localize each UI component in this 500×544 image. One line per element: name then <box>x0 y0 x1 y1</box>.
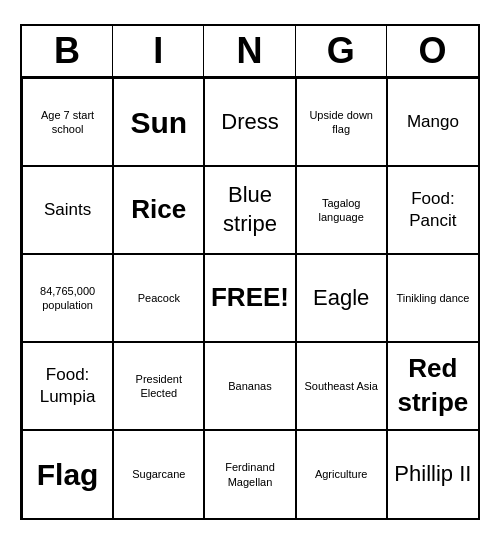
bingo-cell: FREE! <box>204 254 295 342</box>
cell-text: Mango <box>407 111 459 133</box>
bingo-cell: Tagalog language <box>296 166 387 254</box>
header-letter: B <box>22 26 113 76</box>
cell-text: Blue stripe <box>209 181 290 238</box>
bingo-cell: Food: Lumpia <box>22 342 113 430</box>
bingo-cell: Saints <box>22 166 113 254</box>
header-letter: N <box>204 26 295 76</box>
cell-text: Age 7 start school <box>27 108 108 137</box>
bingo-grid: Age 7 start schoolSunDressUpside down fl… <box>22 78 478 518</box>
bingo-cell: Southeast Asia <box>296 342 387 430</box>
cell-text: Ferdinand Magellan <box>209 460 290 489</box>
bingo-cell: Ferdinand Magellan <box>204 430 295 518</box>
bingo-cell: President Elected <box>113 342 204 430</box>
cell-text: Agriculture <box>315 467 368 481</box>
cell-text: Southeast Asia <box>305 379 378 393</box>
header-letter: I <box>113 26 204 76</box>
cell-text: Tagalog language <box>301 196 382 225</box>
cell-text: Flag <box>37 455 99 494</box>
bingo-card: BINGO Age 7 start schoolSunDressUpside d… <box>20 24 480 520</box>
bingo-cell: Peacock <box>113 254 204 342</box>
header-letter: G <box>296 26 387 76</box>
cell-text: Sugarcane <box>132 467 185 481</box>
cell-text: Eagle <box>313 284 369 313</box>
bingo-cell: Blue stripe <box>204 166 295 254</box>
bingo-cell: Sugarcane <box>113 430 204 518</box>
cell-text: 84,765,000 population <box>27 284 108 313</box>
cell-text: Tinikling dance <box>396 291 469 305</box>
bingo-cell: Dress <box>204 78 295 166</box>
bingo-cell: Flag <box>22 430 113 518</box>
cell-text: President Elected <box>118 372 199 401</box>
cell-text: Food: Lumpia <box>27 364 108 408</box>
cell-text: Upside down flag <box>301 108 382 137</box>
bingo-cell: Phillip II <box>387 430 478 518</box>
bingo-cell: Agriculture <box>296 430 387 518</box>
cell-text: FREE! <box>211 281 289 315</box>
cell-text: Saints <box>44 199 91 221</box>
bingo-cell: Sun <box>113 78 204 166</box>
bingo-cell: Age 7 start school <box>22 78 113 166</box>
bingo-header: BINGO <box>22 26 478 78</box>
cell-text: Food: Pancit <box>392 188 474 232</box>
header-letter: O <box>387 26 478 76</box>
cell-text: Red stripe <box>392 352 474 420</box>
cell-text: Peacock <box>138 291 180 305</box>
cell-text: Dress <box>221 108 278 137</box>
bingo-cell: Bananas <box>204 342 295 430</box>
bingo-cell: Eagle <box>296 254 387 342</box>
bingo-cell: Mango <box>387 78 478 166</box>
bingo-cell: Upside down flag <box>296 78 387 166</box>
cell-text: Bananas <box>228 379 271 393</box>
bingo-cell: Food: Pancit <box>387 166 478 254</box>
cell-text: Sun <box>130 103 187 142</box>
bingo-cell: Red stripe <box>387 342 478 430</box>
bingo-cell: Tinikling dance <box>387 254 478 342</box>
bingo-cell: 84,765,000 population <box>22 254 113 342</box>
cell-text: Phillip II <box>394 460 471 489</box>
cell-text: Rice <box>131 193 186 227</box>
bingo-cell: Rice <box>113 166 204 254</box>
